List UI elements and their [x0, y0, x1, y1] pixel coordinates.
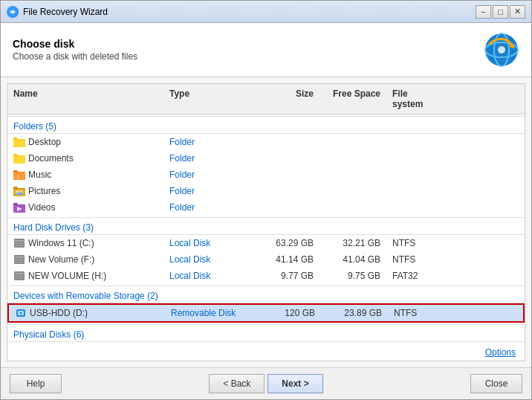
- col-header-type: Type: [163, 87, 260, 111]
- row-name: ♪ Music: [7, 168, 163, 181]
- options-link[interactable]: Options: [7, 344, 525, 361]
- wizard-subtitle: Choose a disk with deleted files: [13, 51, 137, 62]
- row-filesystem: NTFS: [386, 254, 446, 265]
- folder-pictures-icon: [13, 185, 25, 197]
- row-freespace: [319, 158, 386, 159]
- row-filesystem: [386, 190, 446, 192]
- close-button[interactable]: Close: [470, 374, 522, 393]
- col-header-size: Size: [260, 87, 319, 111]
- svg-rect-20: [15, 273, 24, 274]
- row-type: Removable Disk: [165, 307, 262, 319]
- row-size: [260, 190, 319, 192]
- app-icon: [7, 6, 19, 18]
- row-freespace: 32.21 GB: [319, 237, 386, 249]
- next-button[interactable]: Next >: [267, 374, 322, 393]
- row-type: Folder: [163, 201, 260, 213]
- svg-text:♪: ♪: [16, 173, 19, 180]
- svg-point-1: [11, 10, 14, 13]
- footer: Help < Back Next > Close: [1, 367, 531, 399]
- main-window: File Recovery Wizard − □ ✕ Choose disk C…: [0, 0, 532, 400]
- row-name: Desktop: [7, 135, 163, 149]
- row-name: New Volume (F:): [7, 253, 163, 266]
- window-title: File Recovery Wizard: [23, 7, 108, 17]
- maximize-button[interactable]: □: [493, 5, 508, 19]
- row-freespace: [319, 174, 386, 175]
- row-size: 120 GB: [262, 307, 321, 319]
- disk-icon: [13, 237, 25, 249]
- row-filesystem: [386, 141, 446, 143]
- group-header: Physical Disks (6): [7, 324, 525, 341]
- col-header-freespace: Free Space: [319, 87, 386, 111]
- row-type: Local Disk: [163, 237, 260, 249]
- row-type: Folder: [163, 169, 260, 181]
- close-window-button[interactable]: ✕: [510, 5, 525, 19]
- row-type: Local Disk: [163, 270, 260, 282]
- row-type: Local Disk: [163, 254, 260, 265]
- table-row[interactable]: Videos Folder: [7, 199, 525, 216]
- table-row[interactable]: Windows 11 (C:) Local Disk 63.29 GB 32.2…: [7, 235, 525, 251]
- row-filesystem: FAT32: [386, 270, 446, 282]
- table-row[interactable]: New Volume (F:) Local Disk 41.14 GB 41.0…: [7, 251, 525, 268]
- table-row[interactable]: Documents Folder: [7, 150, 525, 167]
- row-freespace: 9.75 GB: [319, 270, 386, 282]
- row-size: [260, 174, 319, 175]
- table-row[interactable]: USB-HDD (D:) Removable Disk 120 GB 23.89…: [7, 303, 525, 323]
- wizard-logo: [484, 32, 519, 68]
- title-bar-controls: − □ ✕: [476, 5, 525, 19]
- svg-point-25: [20, 312, 22, 314]
- group-header: Hard Disk Drives (3): [7, 217, 525, 234]
- row-type: Folder: [163, 185, 260, 197]
- table-body: Folders (5) Desktop Folder Documents Fol…: [7, 114, 525, 344]
- row-name: Windows 11 (C:): [7, 236, 163, 250]
- row-freespace: 41.04 GB: [319, 254, 386, 265]
- row-freespace: [319, 141, 386, 143]
- usb-icon: [15, 307, 27, 319]
- row-size: [260, 141, 319, 143]
- row-name: Videos: [7, 201, 163, 214]
- wizard-title: Choose disk: [13, 38, 137, 50]
- table-row[interactable]: Desktop Folder: [7, 134, 525, 150]
- col-header-name: Name: [7, 87, 163, 111]
- row-freespace: [319, 190, 386, 192]
- table-header: Name Type Size Free Space File system: [7, 84, 525, 114]
- row-name: NEW VOLUME (H:): [7, 269, 163, 283]
- row-name: USB-HDD (D:): [9, 306, 165, 320]
- title-bar-left: File Recovery Wizard: [7, 6, 108, 18]
- row-size: 9.77 GB: [260, 270, 319, 282]
- col-header-filesystem: File system: [386, 87, 446, 111]
- row-size: 41.14 GB: [260, 254, 319, 265]
- table-row[interactable]: Pictures Folder: [7, 183, 525, 199]
- svg-rect-22: [15, 278, 24, 279]
- folder-icon: [13, 152, 25, 164]
- table-row[interactable]: ♪ Music Folder: [7, 167, 525, 183]
- footer-center-buttons: < Back Next >: [209, 374, 322, 393]
- group-header: Devices with Removable Storage (2): [7, 286, 525, 303]
- svg-rect-18: [15, 262, 24, 262]
- svg-rect-13: [15, 243, 24, 244]
- disk-icon: [13, 254, 25, 265]
- row-type: Folder: [163, 152, 260, 164]
- group-header: Folders (5): [7, 116, 525, 133]
- folder-icon: [13, 136, 25, 148]
- svg-rect-16: [15, 257, 24, 258]
- row-filesystem: NTFS: [386, 237, 446, 249]
- row-filesystem: [386, 158, 446, 159]
- content-area: Name Type Size Free Space File system Fo…: [7, 83, 525, 361]
- row-freespace: 23.89 GB: [321, 307, 388, 319]
- row-size: [260, 158, 319, 159]
- help-button[interactable]: Help: [10, 374, 62, 393]
- folder-music-icon: ♪: [13, 169, 25, 181]
- back-button[interactable]: < Back: [209, 374, 265, 393]
- row-filesystem: [386, 174, 446, 175]
- table-row[interactable]: NEW VOLUME (H:) Local Disk 9.77 GB 9.75 …: [7, 268, 525, 284]
- row-type: Folder: [163, 136, 260, 148]
- header-titles: Choose disk Choose a disk with deleted f…: [13, 38, 137, 62]
- row-size: 63.29 GB: [260, 237, 319, 249]
- svg-rect-17: [15, 259, 24, 260]
- minimize-button[interactable]: −: [476, 5, 491, 19]
- svg-rect-14: [15, 245, 24, 246]
- disk-icon: [13, 270, 25, 282]
- row-name: Documents: [7, 152, 163, 165]
- folder-videos-icon: [13, 201, 25, 213]
- header-area: Choose disk Choose a disk with deleted f…: [1, 23, 531, 77]
